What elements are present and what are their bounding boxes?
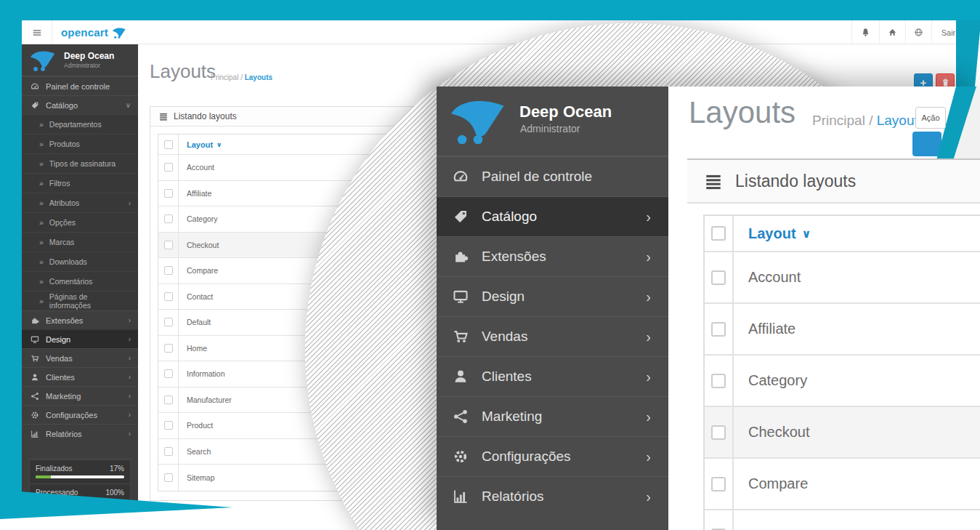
table-row[interactable]: Compare [705, 459, 980, 510]
storefront-button[interactable] [905, 20, 931, 44]
menu-toggle-button[interactable] [22, 20, 52, 44]
progress-fill [36, 475, 51, 478]
sidebar-subitem-label: Produtos [49, 140, 80, 148]
chevron-icon: › [646, 409, 651, 425]
cart-logo-icon [29, 49, 57, 71]
checkbox-cell [705, 510, 734, 530]
checkbox-cell [158, 439, 179, 465]
sidebar-subitem[interactable]: » Atributos › [22, 193, 138, 212]
row-checkbox[interactable] [164, 396, 173, 404]
table-row[interactable]: Account [705, 252, 980, 304]
sidebar-item[interactable]: Marketing › [22, 386, 138, 405]
row-checkbox[interactable] [711, 374, 726, 388]
sidebar-item[interactable]: Clientes › [22, 367, 138, 386]
sidebar-top-items: Painel de controle Catálogo ∨ [22, 76, 138, 114]
row-checkbox[interactable] [164, 318, 173, 326]
sidebar-subitem[interactable]: » Páginas de informações [22, 291, 138, 310]
sidebar-item[interactable]: Design › [22, 329, 138, 348]
sidebar-subitem[interactable]: » Marcas [22, 232, 138, 252]
sidebar-item[interactable]: Vendas › [22, 348, 138, 367]
sidebar-subitem[interactable]: » Produtos [22, 134, 138, 153]
sidebar-item-label: Clientes [482, 369, 532, 385]
sidebar-item[interactable]: Configurações › [22, 405, 138, 424]
sidebar-item[interactable]: Catálogo › [437, 196, 668, 236]
chevron-icon: › [129, 411, 131, 419]
table-row[interactable]: Affiliate [705, 304, 980, 356]
action-button[interactable]: Ação [915, 107, 946, 129]
row-checkbox[interactable] [164, 266, 173, 275]
layout-name: Manufacturer [179, 388, 232, 413]
double-chevron-icon: » [39, 179, 44, 188]
double-chevron-icon: » [39, 159, 44, 168]
page-title: Layouts [150, 60, 216, 83]
sidebar-item-label: Extensões [46, 316, 83, 325]
barchart-icon [453, 489, 469, 505]
double-chevron-icon: » [39, 238, 44, 246]
sidebar-subitem[interactable]: » Tipos de assinatura [22, 153, 138, 173]
table-row[interactable]: Contact [705, 510, 980, 530]
sidebar-subitem-label: Páginas de informações [49, 292, 125, 310]
sidebar-subitem[interactable]: » Departamentos [22, 114, 138, 134]
stat-value: 100% [105, 489, 124, 497]
notifications-button[interactable] [851, 20, 879, 44]
sidebar-item[interactable]: Clientes › [437, 356, 668, 396]
sidebar-item[interactable]: Extensões › [437, 236, 668, 276]
row-checkbox[interactable] [711, 322, 726, 337]
breadcrumb-home[interactable]: Principal [812, 113, 865, 128]
column-header-layout[interactable]: Layout ∨ [179, 134, 222, 154]
breadcrumb-current[interactable]: Layouts [245, 73, 272, 81]
sidebar-item[interactable]: Marketing › [437, 396, 668, 436]
add-button-partial[interactable] [912, 132, 941, 156]
sidebar-subitem[interactable]: » Comentários [22, 271, 138, 291]
chevron-icon: › [646, 249, 651, 265]
sidebar-item[interactable]: Design › [437, 276, 668, 316]
stat-value: 17% [110, 465, 124, 473]
page-title: Layouts [689, 95, 795, 130]
double-chevron-icon: » [39, 120, 44, 129]
row-checkbox[interactable] [164, 241, 173, 249]
row-checkbox[interactable] [164, 369, 173, 378]
sidebar-item[interactable]: Catálogo ∨ [22, 95, 138, 114]
row-checkbox[interactable] [164, 292, 173, 301]
row-checkbox[interactable] [711, 270, 726, 285]
checkbox-cell [705, 407, 734, 457]
row-checkbox[interactable] [164, 189, 173, 198]
chevron-icon: › [129, 373, 131, 381]
layout-name: Default [179, 310, 211, 335]
sidebar-item[interactable]: Painel de controle [437, 156, 668, 196]
sidebar-item[interactable]: Painel de controle [22, 76, 138, 95]
sidebar-item[interactable]: Extensões › [22, 310, 138, 329]
table-row[interactable]: Category [705, 356, 980, 407]
column-header-layout[interactable]: Layout ∨ [734, 216, 811, 251]
breadcrumb-home[interactable]: Principal [211, 73, 238, 81]
row-checkbox[interactable] [711, 477, 726, 491]
sidebar-item[interactable]: Vendas › [437, 316, 668, 356]
sidebar-subitem[interactable]: » Downloads [22, 252, 138, 271]
opencart-logo[interactable]: opencart [61, 20, 126, 44]
stat-row: Finalizados 17% [30, 459, 130, 483]
row-checkbox[interactable] [164, 447, 173, 456]
sidebar-subitem-label: Opções [49, 218, 76, 227]
row-checkbox[interactable] [164, 421, 173, 430]
sidebar-item[interactable]: Relatórios › [22, 424, 138, 443]
sidebar-subitem[interactable]: » Opções [22, 212, 138, 232]
row-checkbox[interactable] [164, 163, 173, 172]
select-all-checkbox[interactable] [164, 140, 173, 149]
sidebar-item[interactable]: Relatórios › [437, 476, 668, 516]
sidebar-item-label: Marketing [482, 409, 542, 425]
row-checkbox[interactable] [164, 214, 173, 223]
magnified-sidebar-items: Painel de controle Catálogo › Extensões … [437, 156, 668, 516]
row-checkbox[interactable] [164, 344, 173, 353]
sidebar-subitem[interactable]: » Filtros [22, 173, 138, 193]
row-checkbox[interactable] [711, 425, 726, 440]
cart-logo-icon [448, 97, 508, 145]
chevron-icon: › [129, 392, 131, 400]
sidebar-item[interactable]: Configurações › [437, 436, 668, 476]
table-row[interactable]: Checkout [705, 407, 980, 459]
home-button[interactable] [879, 20, 905, 44]
sidebar-item-label: Vendas [482, 329, 527, 345]
checkbox-cell [158, 336, 179, 361]
row-checkbox[interactable] [164, 473, 173, 482]
chevron-icon: › [646, 289, 651, 305]
select-all-checkbox[interactable] [711, 226, 726, 241]
